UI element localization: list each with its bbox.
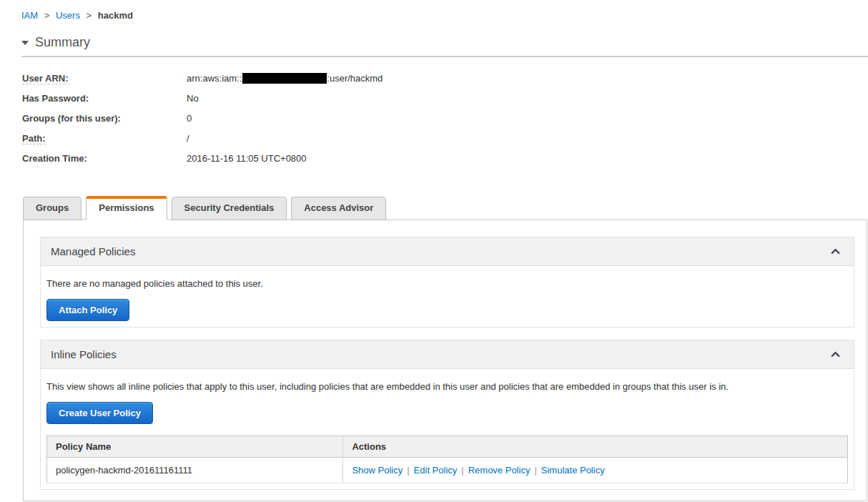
breadcrumb-separator: > — [44, 10, 50, 21]
field-row-user-arn: User ARN: arn:aws:iam:::user/hackmd — [22, 69, 868, 89]
simulate-policy-link[interactable]: Simulate Policy — [541, 465, 605, 476]
groups-value: 0 — [187, 109, 192, 129]
breadcrumb-separator: > — [87, 10, 92, 21]
tab-security-credentials[interactable]: Security Credentials — [172, 197, 287, 220]
managed-policies-empty-message: There are no managed policies attached t… — [46, 277, 848, 290]
inline-policies-description: This view shows all inline policies that… — [46, 380, 848, 393]
field-row-path: Path: / — [22, 129, 868, 149]
table-row: policygen-hackmd-201611161111 Show Polic… — [47, 458, 848, 483]
table-header-row: Policy Name Actions — [47, 436, 848, 458]
managed-policies-section: Managed Policies There are no managed po… — [40, 237, 854, 328]
tab-access-advisor[interactable]: Access Advisor — [291, 197, 386, 220]
inline-policies-section: Inline Policies This view shows all inli… — [40, 340, 854, 490]
create-user-policy-button[interactable]: Create User Policy — [46, 402, 153, 424]
summary-header: Summary — [21, 35, 868, 50]
column-header-policy-name: Policy Name — [47, 436, 343, 458]
field-row-groups: Groups (for this user): 0 — [22, 109, 868, 129]
user-arn-value: arn:aws:iam:::user/hackmd — [187, 69, 383, 89]
collapse-caret-icon[interactable] — [21, 41, 29, 45]
user-arn-label[interactable]: User ARN: — [22, 73, 69, 84]
field-row-creation-time: Creation Time: 2016-11-16 11:05 UTC+0800 — [22, 149, 868, 169]
breadcrumb-link-iam[interactable]: IAM — [21, 10, 38, 21]
tab-bar: Groups Permissions Security Credentials … — [23, 196, 868, 220]
attach-policy-button[interactable]: Attach Policy — [46, 299, 129, 321]
breadcrumb: IAM > Users > hackmd — [21, 10, 868, 21]
breadcrumb-current-user: hackmd — [98, 10, 133, 21]
policy-name-cell: policygen-hackmd-201611161111 — [47, 458, 343, 483]
field-label: User ARN: — [22, 69, 187, 89]
remove-policy-link[interactable]: Remove Policy — [468, 465, 531, 476]
path-label[interactable]: Path: — [22, 133, 46, 144]
permissions-tab-panel: Managed Policies There are no managed po… — [23, 220, 867, 501]
arn-prefix: arn:aws:iam:: — [187, 73, 242, 84]
creation-time-value: 2016-11-16 11:05 UTC+0800 — [187, 149, 307, 169]
field-row-has-password: Has Password: No — [22, 89, 868, 109]
summary-title: Summary — [35, 35, 90, 50]
inline-policies-table: Policy Name Actions policygen-hackmd-201… — [46, 435, 848, 483]
policy-actions-cell: Show Policy|Edit Policy|Remove Policy|Si… — [343, 458, 848, 483]
managed-policies-header[interactable]: Managed Policies — [41, 237, 854, 266]
managed-policies-title: Managed Policies — [51, 245, 135, 257]
summary-fields: User ARN: arn:aws:iam:::user/hackmd Has … — [22, 69, 868, 169]
creation-time-label: Creation Time: — [22, 149, 187, 169]
inline-policies-header[interactable]: Inline Policies — [41, 340, 854, 369]
managed-policies-body: There are no managed policies attached t… — [41, 266, 854, 327]
tab-groups[interactable]: Groups — [23, 197, 82, 220]
tab-permissions[interactable]: Permissions — [86, 196, 167, 220]
chevron-up-icon[interactable] — [830, 349, 841, 360]
inline-policies-body: This view shows all inline policies that… — [41, 369, 854, 489]
actions-separator: | — [407, 465, 409, 476]
groups-label: Groups (for this user): — [22, 109, 187, 129]
show-policy-link[interactable]: Show Policy — [352, 465, 403, 476]
column-header-actions: Actions — [343, 436, 848, 458]
has-password-value: No — [187, 89, 199, 109]
edit-policy-link[interactable]: Edit Policy — [414, 465, 458, 476]
redacted-account-id — [242, 73, 327, 84]
path-value: / — [187, 129, 189, 149]
inline-policies-title: Inline Policies — [51, 348, 117, 360]
field-label: Path: — [22, 129, 187, 149]
chevron-up-icon[interactable] — [830, 246, 841, 257]
has-password-label: Has Password: — [22, 89, 187, 109]
summary-divider — [21, 56, 868, 57]
actions-separator: | — [534, 465, 536, 476]
arn-suffix: :user/hackmd — [327, 73, 383, 84]
actions-separator: | — [461, 465, 463, 476]
breadcrumb-link-users[interactable]: Users — [56, 10, 80, 21]
